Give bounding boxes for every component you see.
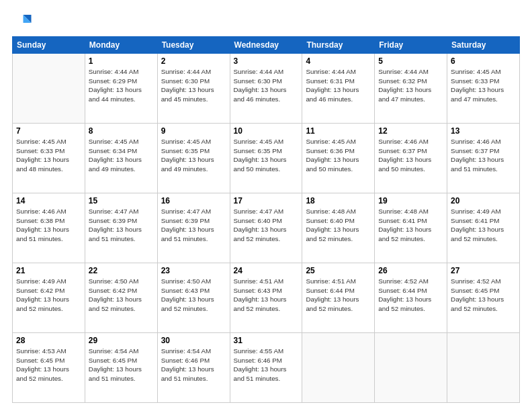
calendar-cell: 12Sunrise: 4:46 AMSunset: 6:37 PMDayligh… xyxy=(375,124,447,193)
column-header-sunday: Sunday xyxy=(13,37,85,54)
day-number: 28 xyxy=(16,336,81,345)
day-info: Sunrise: 4:51 AMSunset: 6:43 PMDaylight:… xyxy=(234,277,299,314)
calendar-cell: 25Sunrise: 4:51 AMSunset: 6:44 PMDayligh… xyxy=(302,263,375,333)
day-number: 12 xyxy=(378,126,443,136)
day-info: Sunrise: 4:48 AMSunset: 6:41 PMDaylight:… xyxy=(378,207,443,244)
calendar-cell: 2Sunrise: 4:44 AMSunset: 6:30 PMDaylight… xyxy=(157,54,230,124)
day-info: Sunrise: 4:47 AMSunset: 6:39 PMDaylight:… xyxy=(89,207,154,244)
calendar-cell: 6Sunrise: 4:45 AMSunset: 6:33 PMDaylight… xyxy=(447,54,520,124)
calendar-cell: 31Sunrise: 4:55 AMSunset: 6:46 PMDayligh… xyxy=(230,333,302,403)
day-number: 19 xyxy=(378,196,443,205)
day-number: 5 xyxy=(378,56,443,66)
calendar-cell: 3Sunrise: 4:44 AMSunset: 6:30 PMDaylight… xyxy=(230,54,302,124)
day-number: 3 xyxy=(234,56,299,66)
day-number: 25 xyxy=(306,266,371,275)
week-row-5: 28Sunrise: 4:53 AMSunset: 6:45 PMDayligh… xyxy=(13,333,520,403)
day-number: 23 xyxy=(161,266,226,275)
calendar-cell xyxy=(375,333,447,403)
calendar-cell: 9Sunrise: 4:45 AMSunset: 6:35 PMDaylight… xyxy=(157,124,230,193)
day-number: 13 xyxy=(451,126,516,136)
calendar-cell: 27Sunrise: 4:52 AMSunset: 6:45 PMDayligh… xyxy=(447,263,520,333)
day-number: 14 xyxy=(16,196,81,205)
calendar-cell: 14Sunrise: 4:46 AMSunset: 6:38 PMDayligh… xyxy=(13,193,85,263)
column-header-friday: Friday xyxy=(375,37,447,54)
calendar-cell: 18Sunrise: 4:48 AMSunset: 6:40 PMDayligh… xyxy=(302,193,375,263)
calendar-header: SundayMondayTuesdayWednesdayThursdayFrid… xyxy=(13,37,520,54)
week-row-1: 1Sunrise: 4:44 AMSunset: 6:29 PMDaylight… xyxy=(13,54,520,124)
day-info: Sunrise: 4:49 AMSunset: 6:41 PMDaylight:… xyxy=(451,207,516,244)
day-number: 2 xyxy=(161,56,226,66)
calendar-cell xyxy=(302,333,375,403)
day-number: 6 xyxy=(451,56,516,66)
day-info: Sunrise: 4:47 AMSunset: 6:40 PMDaylight:… xyxy=(234,207,299,244)
calendar-cell: 10Sunrise: 4:45 AMSunset: 6:35 PMDayligh… xyxy=(230,124,302,193)
day-number: 27 xyxy=(451,266,516,275)
day-info: Sunrise: 4:50 AMSunset: 6:43 PMDaylight:… xyxy=(161,277,226,314)
day-info: Sunrise: 4:54 AMSunset: 6:45 PMDaylight:… xyxy=(89,347,154,383)
calendar-cell: 28Sunrise: 4:53 AMSunset: 6:45 PMDayligh… xyxy=(13,333,85,403)
calendar-cell: 1Sunrise: 4:44 AMSunset: 6:29 PMDaylight… xyxy=(85,54,157,124)
day-number: 22 xyxy=(89,266,154,275)
calendar-cell xyxy=(13,54,85,124)
calendar-cell: 4Sunrise: 4:44 AMSunset: 6:31 PMDaylight… xyxy=(302,54,375,124)
day-info: Sunrise: 4:52 AMSunset: 6:45 PMDaylight:… xyxy=(451,277,516,314)
calendar-cell: 5Sunrise: 4:44 AMSunset: 6:32 PMDaylight… xyxy=(375,54,447,124)
column-header-thursday: Thursday xyxy=(302,37,375,54)
day-info: Sunrise: 4:44 AMSunset: 6:30 PMDaylight:… xyxy=(234,67,299,104)
column-header-saturday: Saturday xyxy=(447,37,520,54)
calendar-cell xyxy=(447,333,520,403)
calendar-cell: 16Sunrise: 4:47 AMSunset: 6:39 PMDayligh… xyxy=(157,193,230,263)
day-number: 16 xyxy=(161,196,226,205)
page: SundayMondayTuesdayWednesdayThursdayFrid… xyxy=(0,0,532,411)
week-row-3: 14Sunrise: 4:46 AMSunset: 6:38 PMDayligh… xyxy=(13,193,520,263)
column-header-wednesday: Wednesday xyxy=(230,37,302,54)
day-info: Sunrise: 4:45 AMSunset: 6:35 PMDaylight:… xyxy=(161,137,226,174)
day-info: Sunrise: 4:44 AMSunset: 6:29 PMDaylight:… xyxy=(89,67,154,104)
calendar-cell: 17Sunrise: 4:47 AMSunset: 6:40 PMDayligh… xyxy=(230,193,302,263)
day-number: 20 xyxy=(451,196,516,205)
calendar-cell: 29Sunrise: 4:54 AMSunset: 6:45 PMDayligh… xyxy=(85,333,157,403)
day-info: Sunrise: 4:45 AMSunset: 6:36 PMDaylight:… xyxy=(306,137,371,174)
day-number: 18 xyxy=(306,196,371,205)
day-info: Sunrise: 4:46 AMSunset: 6:37 PMDaylight:… xyxy=(451,137,516,174)
logo xyxy=(12,11,35,31)
column-header-monday: Monday xyxy=(85,37,157,54)
day-number: 30 xyxy=(161,336,226,345)
day-info: Sunrise: 4:44 AMSunset: 6:32 PMDaylight:… xyxy=(378,67,443,104)
day-info: Sunrise: 4:45 AMSunset: 6:35 PMDaylight:… xyxy=(234,137,299,174)
calendar-cell: 7Sunrise: 4:45 AMSunset: 6:33 PMDaylight… xyxy=(13,124,85,193)
day-info: Sunrise: 4:46 AMSunset: 6:38 PMDaylight:… xyxy=(16,207,81,244)
day-info: Sunrise: 4:45 AMSunset: 6:33 PMDaylight:… xyxy=(451,67,516,104)
day-number: 1 xyxy=(89,56,154,66)
calendar-table: SundayMondayTuesdayWednesdayThursdayFrid… xyxy=(12,36,520,403)
day-number: 9 xyxy=(161,126,226,136)
week-row-2: 7Sunrise: 4:45 AMSunset: 6:33 PMDaylight… xyxy=(13,124,520,193)
day-info: Sunrise: 4:52 AMSunset: 6:44 PMDaylight:… xyxy=(378,277,443,314)
calendar-cell: 8Sunrise: 4:45 AMSunset: 6:34 PMDaylight… xyxy=(85,124,157,193)
day-info: Sunrise: 4:46 AMSunset: 6:37 PMDaylight:… xyxy=(378,137,443,174)
day-number: 15 xyxy=(89,196,154,205)
day-info: Sunrise: 4:45 AMSunset: 6:33 PMDaylight:… xyxy=(16,137,81,174)
day-number: 11 xyxy=(306,126,371,136)
day-number: 4 xyxy=(306,56,371,66)
header xyxy=(12,11,520,31)
day-info: Sunrise: 4:44 AMSunset: 6:31 PMDaylight:… xyxy=(306,67,371,104)
day-info: Sunrise: 4:50 AMSunset: 6:42 PMDaylight:… xyxy=(89,277,154,314)
week-row-4: 21Sunrise: 4:49 AMSunset: 6:42 PMDayligh… xyxy=(13,263,520,333)
day-info: Sunrise: 4:44 AMSunset: 6:30 PMDaylight:… xyxy=(161,67,226,104)
calendar-body: 1Sunrise: 4:44 AMSunset: 6:29 PMDaylight… xyxy=(13,54,520,403)
calendar-cell: 21Sunrise: 4:49 AMSunset: 6:42 PMDayligh… xyxy=(13,263,85,333)
day-info: Sunrise: 4:55 AMSunset: 6:46 PMDaylight:… xyxy=(234,347,299,383)
calendar-cell: 24Sunrise: 4:51 AMSunset: 6:43 PMDayligh… xyxy=(230,263,302,333)
day-info: Sunrise: 4:54 AMSunset: 6:46 PMDaylight:… xyxy=(161,347,226,383)
header-row: SundayMondayTuesdayWednesdayThursdayFrid… xyxy=(13,37,520,54)
calendar-cell: 26Sunrise: 4:52 AMSunset: 6:44 PMDayligh… xyxy=(375,263,447,333)
day-number: 17 xyxy=(234,196,299,205)
calendar-cell: 20Sunrise: 4:49 AMSunset: 6:41 PMDayligh… xyxy=(447,193,520,263)
calendar-cell: 22Sunrise: 4:50 AMSunset: 6:42 PMDayligh… xyxy=(85,263,157,333)
day-number: 21 xyxy=(16,266,81,275)
day-info: Sunrise: 4:51 AMSunset: 6:44 PMDaylight:… xyxy=(306,277,371,314)
calendar-cell: 19Sunrise: 4:48 AMSunset: 6:41 PMDayligh… xyxy=(375,193,447,263)
day-number: 31 xyxy=(234,336,299,345)
day-info: Sunrise: 4:47 AMSunset: 6:39 PMDaylight:… xyxy=(161,207,226,244)
